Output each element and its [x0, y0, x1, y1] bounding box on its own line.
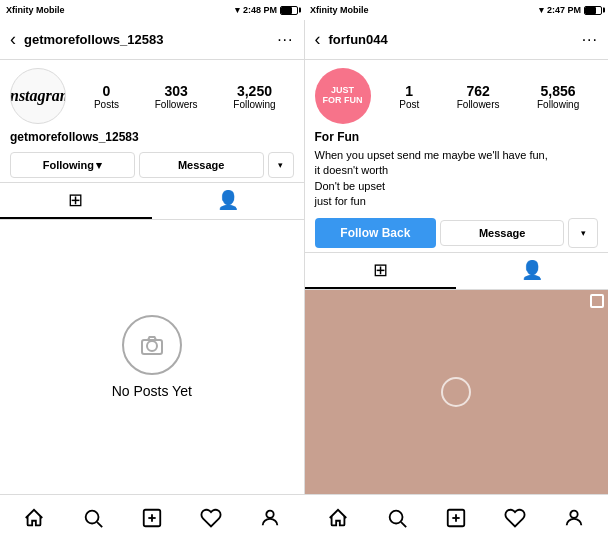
buttons-row-left: Following ▾ Message ▾	[0, 148, 304, 182]
split-view: ‹ getmorefollows_12583 ··· Instagram 0 P…	[0, 20, 608, 494]
grid-thumbnail[interactable]	[305, 290, 609, 494]
followers-num-left: 303	[164, 83, 187, 99]
instagram-logo: Instagram	[10, 87, 66, 105]
left-panel: ‹ getmorefollows_12583 ··· Instagram 0 P…	[0, 20, 305, 494]
message-button-left[interactable]: Message	[139, 152, 264, 178]
add-icon-right[interactable]	[438, 500, 474, 536]
status-bar: Xfinity Mobile ▾ 2:48 PM Xfinity Mobile …	[0, 0, 608, 20]
followers-label-left: Followers	[155, 99, 198, 110]
profile-name-left: getmorefollows_12583	[0, 130, 304, 148]
more-options-left[interactable]: ···	[277, 31, 293, 49]
stats-row-left: 0 Posts 303 Followers 3,250 Following	[76, 83, 294, 110]
profile-tab-icon-left: 👤	[217, 189, 239, 211]
bio-section-right: When you upset send me maybe we'll have …	[305, 148, 609, 214]
bio-line-4: just for fun	[315, 194, 599, 209]
svg-point-13	[571, 510, 578, 517]
svg-point-7	[267, 510, 274, 517]
battery-right	[584, 6, 602, 15]
dropdown-button-right[interactable]: ▾	[568, 218, 598, 248]
stat-following-right: 5,856 Following	[537, 83, 579, 110]
svg-point-8	[389, 510, 402, 523]
carrier-right: Xfinity Mobile	[310, 5, 369, 15]
tab-grid-left[interactable]: ⊞	[0, 183, 152, 219]
time-right: 2:47 PM	[547, 5, 581, 15]
tab-grid-right[interactable]: ⊞	[305, 253, 457, 289]
camera-icon	[138, 331, 166, 359]
grid-content-right	[305, 290, 609, 494]
tab-profile-left[interactable]: 👤	[152, 183, 304, 219]
posts-num-right: 1	[405, 83, 413, 99]
header-username-left: getmorefollows_12583	[24, 32, 277, 47]
more-options-right[interactable]: ···	[582, 31, 598, 49]
following-label-right: Following	[537, 99, 579, 110]
status-icons-left: ▾ 2:48 PM	[235, 5, 298, 15]
no-posts-text: No Posts Yet	[112, 383, 192, 399]
tab-profile-right[interactable]: 👤	[456, 253, 608, 289]
bio-line-2: it doesn't worth	[315, 163, 599, 178]
follow-back-button[interactable]: Follow Back	[315, 218, 437, 248]
profile-icon-left[interactable]	[252, 500, 288, 536]
svg-line-3	[97, 522, 102, 527]
bottom-nav-right	[304, 495, 608, 540]
grid-icon-right: ⊞	[373, 259, 388, 281]
status-bar-left: Xfinity Mobile ▾ 2:48 PM	[0, 0, 304, 20]
posts-label-left: Posts	[94, 99, 119, 110]
status-bar-right: Xfinity Mobile ▾ 2:47 PM	[304, 0, 608, 20]
status-icons-right: ▾ 2:47 PM	[539, 5, 602, 15]
stat-followers-left: 303 Followers	[155, 83, 198, 110]
stat-following-left: 3,250 Following	[233, 83, 275, 110]
dropdown-button-left[interactable]: ▾	[268, 152, 294, 178]
right-header: ‹ forfun044 ···	[305, 20, 609, 60]
profile-tab-icon-right: 👤	[521, 259, 543, 281]
heart-icon-left[interactable]	[193, 500, 229, 536]
buttons-row-right: Follow Back Message ▾	[305, 214, 609, 252]
no-posts-area: No Posts Yet	[0, 220, 304, 494]
following-button[interactable]: Following ▾	[10, 152, 135, 178]
following-num-right: 5,856	[541, 83, 576, 99]
bottom-nav	[0, 494, 608, 540]
profile-section-right: JUSTFOR FUN 1 Post 762 Followers 5,856 F…	[305, 60, 609, 130]
multi-icon	[590, 294, 604, 308]
tabs-left: ⊞ 👤	[0, 182, 304, 220]
back-button-left[interactable]: ‹	[10, 29, 16, 50]
header-username-right: forfun044	[329, 32, 582, 47]
heart-icon-right[interactable]	[497, 500, 533, 536]
stat-followers-right: 762 Followers	[457, 83, 500, 110]
avatar-pink-text: JUSTFOR FUN	[323, 86, 363, 106]
following-label-left: Following	[233, 99, 275, 110]
search-icon-right[interactable]	[379, 500, 415, 536]
avatar-right: JUSTFOR FUN	[315, 68, 371, 124]
wifi-icon-right: ▾	[539, 5, 544, 15]
stat-posts-right: 1 Post	[399, 83, 419, 110]
no-posts-icon	[122, 315, 182, 375]
add-icon-left[interactable]	[134, 500, 170, 536]
left-header: ‹ getmorefollows_12583 ···	[0, 20, 304, 60]
home-icon-left[interactable]	[16, 500, 52, 536]
followers-num-right: 762	[466, 83, 489, 99]
bio-line-3: Don't be upset	[315, 179, 599, 194]
bio-line-1: When you upset send me maybe we'll have …	[315, 148, 599, 163]
message-button-right[interactable]: Message	[440, 220, 564, 246]
stat-posts-left: 0 Posts	[94, 83, 119, 110]
svg-point-0	[147, 341, 157, 351]
following-num-left: 3,250	[237, 83, 272, 99]
avatar-left: Instagram	[10, 68, 66, 124]
tabs-right: ⊞ 👤	[305, 252, 609, 290]
back-button-right[interactable]: ‹	[315, 29, 321, 50]
search-icon-left[interactable]	[75, 500, 111, 536]
profile-section-left: Instagram 0 Posts 303 Followers 3,250 Fo…	[0, 60, 304, 130]
posts-label-right: Post	[399, 99, 419, 110]
play-icon	[441, 377, 471, 407]
home-icon-right[interactable]	[320, 500, 356, 536]
profile-icon-right[interactable]	[556, 500, 592, 536]
stats-row-right: 1 Post 762 Followers 5,856 Following	[381, 83, 599, 110]
time-left: 2:48 PM	[243, 5, 277, 15]
battery-left	[280, 6, 298, 15]
grid-icon-left: ⊞	[68, 189, 83, 211]
wifi-icon: ▾	[235, 5, 240, 15]
carrier-left: Xfinity Mobile	[6, 5, 65, 15]
posts-num-left: 0	[103, 83, 111, 99]
svg-point-2	[85, 510, 98, 523]
right-panel: ‹ forfun044 ··· JUSTFOR FUN 1 Post 762 F…	[305, 20, 609, 494]
profile-name-right: For Fun	[305, 130, 609, 148]
